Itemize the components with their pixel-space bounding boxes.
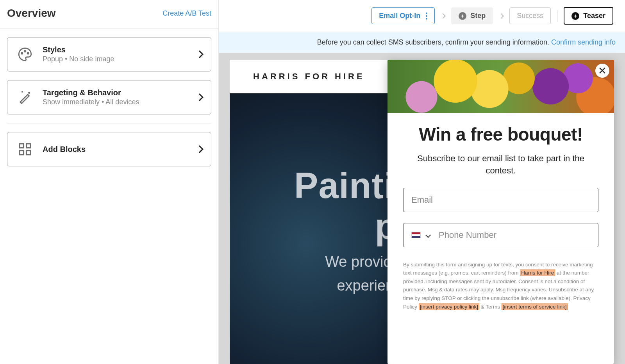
chevron-right-icon: [196, 145, 204, 153]
flag-icon[interactable]: [411, 232, 421, 238]
plus-circle-icon: +: [571, 12, 579, 20]
legal-text[interactable]: By submitting this form and signing up f…: [403, 261, 598, 311]
targeting-sub: Show immediately • All devices: [43, 98, 188, 106]
page-title: Overview: [7, 7, 56, 20]
palette-icon: [16, 45, 34, 63]
popup-preview: ✕ Win a free bouquet! Subscribe to our e…: [388, 60, 614, 364]
svg-rect-6: [27, 151, 31, 155]
company-placeholder[interactable]: Harris for Hire: [520, 269, 555, 276]
terms-link-placeholder[interactable]: [insert terms of service link]: [502, 303, 568, 310]
blocks-icon: [16, 140, 34, 158]
targeting-title: Targeting & Behavior: [43, 88, 188, 97]
chevron-right-icon: [196, 50, 204, 58]
tab-label: Step: [470, 12, 486, 20]
cards-list: Styles Popup • No side image Targeting &…: [0, 29, 218, 184]
svg-point-0: [21, 53, 23, 54]
privacy-link-placeholder[interactable]: [insert privacy policy link]: [419, 303, 479, 310]
plus-circle-icon: +: [459, 12, 466, 20]
svg-point-1: [24, 50, 26, 52]
email-field[interactable]: Email: [403, 188, 598, 212]
chevron-right-icon: [440, 13, 446, 18]
tab-label: Email Opt-In: [379, 12, 420, 20]
close-icon: ✕: [598, 65, 607, 77]
styles-card[interactable]: Styles Popup • No side image: [7, 37, 211, 71]
svg-rect-5: [20, 151, 24, 155]
separator: [557, 10, 557, 22]
svg-rect-4: [27, 144, 31, 148]
close-button[interactable]: ✕: [595, 64, 609, 78]
tab-teaser[interactable]: + Teaser: [564, 7, 613, 25]
main: Email Opt-In + Step Success + Teaser Bef…: [219, 0, 625, 364]
tab-add-step[interactable]: + Step: [451, 7, 493, 24]
popup-title[interactable]: Win a free bouquet!: [403, 124, 598, 145]
confirm-sending-link[interactable]: Confirm sending info: [551, 38, 616, 46]
email-placeholder: Email: [411, 195, 433, 205]
phone-field[interactable]: Phone Number: [403, 223, 598, 247]
phone-placeholder: Phone Number: [439, 230, 496, 240]
sidebar: Overview Create A/B Test Styles Popup • …: [0, 0, 219, 364]
chevron-down-icon[interactable]: [425, 232, 431, 238]
sms-confirm-banner: Before you can collect SMS subscribers, …: [219, 32, 625, 53]
styles-sub: Popup • No side image: [43, 55, 188, 63]
svg-rect-3: [20, 144, 24, 148]
preview-canvas: HARRIS FOR HIRE Painting is our passi We…: [219, 53, 625, 364]
sidebar-header: Overview Create A/B Test: [0, 0, 218, 29]
tab-success[interactable]: Success: [509, 7, 551, 24]
popup-subtitle[interactable]: Subscribe to our email list to take part…: [403, 153, 598, 177]
banner-text: Before you can collect SMS subscribers, …: [317, 38, 551, 46]
add-blocks-card[interactable]: Add Blocks: [7, 132, 211, 166]
tab-email-optin[interactable]: Email Opt-In: [371, 7, 435, 24]
chevron-right-icon: [196, 93, 204, 101]
more-vertical-icon[interactable]: [424, 12, 427, 20]
create-ab-test-link[interactable]: Create A/B Test: [162, 9, 211, 18]
tab-label: Teaser: [583, 12, 605, 20]
step-tabs: Email Opt-In + Step Success + Teaser: [219, 0, 625, 32]
tab-label: Success: [517, 12, 543, 20]
divider: [7, 123, 211, 123]
blocks-title: Add Blocks: [43, 145, 188, 154]
chevron-right-icon: [498, 13, 504, 18]
svg-point-2: [27, 53, 29, 54]
styles-title: Styles: [43, 45, 188, 54]
popup-image: [388, 60, 614, 113]
wand-icon: [16, 88, 34, 106]
targeting-card[interactable]: Targeting & Behavior Show immediately • …: [7, 80, 211, 114]
